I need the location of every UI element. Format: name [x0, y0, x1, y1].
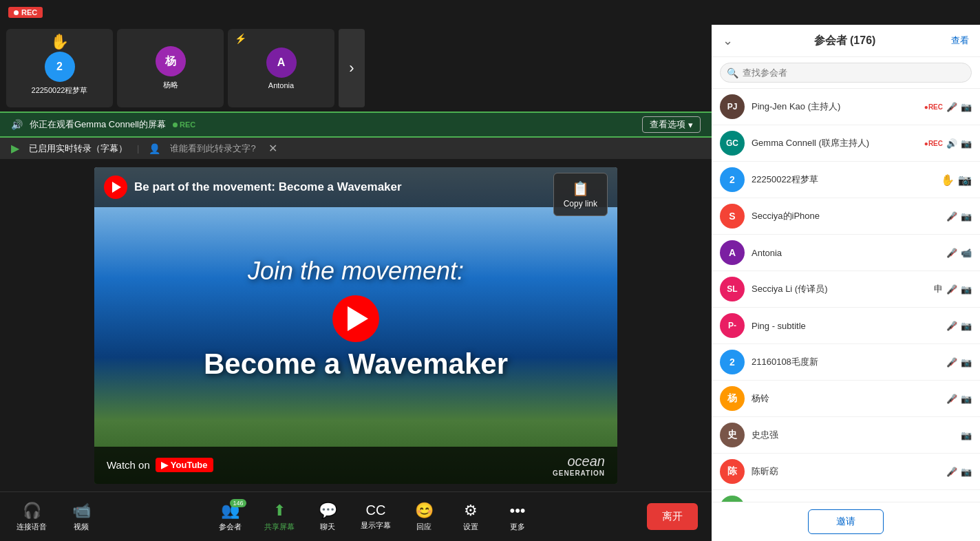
- list-item: 史 史忠强 📷: [712, 417, 980, 454]
- play-button[interactable]: [332, 295, 379, 342]
- search-input[interactable]: [720, 63, 972, 83]
- panel-header: ⌄ 参会者 (176) 查看: [712, 25, 980, 57]
- participant-controls: 🎤̸ 📹: [946, 248, 972, 258]
- participant-controls: 🎤̸ 📷: [946, 357, 972, 368]
- copy-icon: 📋: [572, 180, 589, 197]
- list-item: 杨 杨铃 🎤̸ 📷: [712, 381, 980, 417]
- avatar-2: 杨: [156, 46, 186, 76]
- youtube-frame: Be part of the movement: Become a Wavema…: [94, 167, 617, 484]
- lightning-icon: ⚡: [235, 33, 246, 44]
- search-icon: 🔍: [727, 67, 738, 78]
- participant-name: Secciya的iPhone: [752, 210, 939, 222]
- more-icon: •••: [509, 502, 525, 520]
- list-item: SL Secciya Li (传译员) 申 🎤̸ 📷: [712, 271, 980, 308]
- speaker-icon: 🔊: [11, 119, 23, 130]
- avatar: S: [720, 204, 745, 229]
- avatar: 史: [720, 423, 745, 447]
- list-item: 2 21160108毛度新 🎤̸ 📷: [712, 344, 980, 381]
- list-item: GC Gemma Connell (联席主持人) ●REC 🔊 📷: [712, 125, 980, 162]
- participant-controls: 🎤̸ 📷: [946, 467, 972, 477]
- video-text-top: Join the movement:: [248, 257, 464, 286]
- participant-name: 史忠强: [752, 429, 954, 441]
- copy-link-button[interactable]: 📋 Copy link: [553, 173, 608, 216]
- participant-tile-3: ⚡ A Antonia: [228, 29, 334, 107]
- share-screen-button[interactable]: ⬆ 共享屏幕: [260, 502, 299, 532]
- youtube-footer-logo: ▶ YouTube: [156, 458, 213, 472]
- invite-button[interactable]: 邀请: [808, 509, 884, 534]
- participant-name: Ping-Jen Kao (主持人): [752, 100, 917, 113]
- watch-on-label: Watch on: [107, 459, 150, 471]
- list-item: 陈 陈昕窈 🎤̸ 📷: [712, 454, 980, 490]
- participant-name: Secciya Li (传译员): [752, 283, 927, 295]
- participant-name: Antonia: [752, 248, 939, 258]
- hand-raise-icon: ✋: [50, 33, 69, 51]
- participant-name: 陈昕窈: [752, 465, 939, 478]
- participant-tile-2: 杨 杨略: [117, 29, 224, 107]
- youtube-footer: Watch on ▶ YouTube ocean GENERATION: [94, 447, 617, 484]
- participants-list: PJ Ping-Jen Kao (主持人) ●REC 🎤̸ 📷 GC Gemma…: [712, 89, 980, 502]
- screen-share-rec: REC: [173, 120, 195, 129]
- view-options-button[interactable]: 查看选项 ▾: [642, 116, 701, 133]
- avatar: GC: [720, 131, 745, 156]
- video-icon: 📹: [72, 502, 91, 520]
- video-button[interactable]: 📹 视频: [63, 502, 99, 532]
- youtube-header: Be part of the movement: Become a Wavema…: [94, 167, 617, 207]
- next-arrow[interactable]: ›: [339, 29, 365, 107]
- list-item: PJ Ping-Jen Kao (主持人) ●REC 🎤̸ 📷: [712, 89, 980, 125]
- settings-button[interactable]: ⚙ 设置: [453, 502, 489, 532]
- list-item: 王 王解春 🎤̸ 📷: [712, 490, 980, 502]
- rec-badge: REC: [8, 7, 43, 18]
- participant-name: 22250022程梦草: [752, 173, 934, 186]
- participant-controls: 🎤̸ 📷: [946, 321, 972, 331]
- audio-button[interactable]: 🎧 连接语音: [14, 502, 50, 532]
- avatar: 杨: [720, 386, 745, 411]
- settings-icon: ⚙: [464, 502, 478, 520]
- participant-name: Gemma Connell (联席主持人): [752, 137, 917, 149]
- participant-controls: ●REC 🔊 📷: [924, 138, 972, 149]
- participants-button[interactable]: 👥 146 参会者: [211, 502, 249, 532]
- video-overlay: Join the movement: Become a Wavemaker: [94, 202, 617, 436]
- reactions-icon: 😊: [415, 502, 434, 520]
- avatar: 2: [720, 350, 745, 374]
- list-item: P- Ping - subtitle 🎤̸ 📷: [712, 308, 980, 344]
- avatar: A: [720, 240, 745, 265]
- participant-name-3: Antonia: [266, 81, 297, 89]
- transcript-close-button[interactable]: ✕: [268, 142, 277, 155]
- avatar: 王: [720, 496, 745, 502]
- transcript-user-icon: 👤: [149, 143, 160, 154]
- participants-strip: ✋ 2 22250022程梦草 杨 杨略 ⚡ A Antonia ›: [0, 25, 712, 112]
- screen-share-banner: 🔊 你正在观看Gemma Connell的屏幕 REC 查看选项 ▾: [0, 112, 712, 138]
- list-item: S Secciya的iPhone 🎤̸ 📷: [712, 198, 980, 235]
- avatar-1: 2: [45, 52, 75, 82]
- search-box: 🔍: [712, 57, 980, 89]
- rec-dot: [14, 10, 19, 15]
- participant-name-2: 杨略: [160, 80, 181, 90]
- collapse-icon[interactable]: ⌄: [723, 33, 733, 48]
- reactions-button[interactable]: 😊 回应: [406, 502, 442, 532]
- avatar: SL: [720, 277, 745, 301]
- avatar-3: A: [266, 47, 297, 78]
- transcript-question-text[interactable]: 谁能看到此转录文字?: [170, 142, 255, 155]
- avatar: P-: [720, 313, 745, 338]
- leave-button[interactable]: 离开: [647, 503, 698, 530]
- panel-footer: 邀请: [712, 502, 980, 541]
- participant-controls: ✋ 📷: [941, 173, 972, 187]
- more-button[interactable]: ••• 更多: [500, 502, 535, 532]
- participant-controls: ●REC 🎤̸ 📷: [924, 102, 972, 112]
- participant-name-1: 22250022程梦草: [29, 85, 91, 96]
- transcript-banner: ▶ 已启用实时转录（字幕） | 👤 谁能看到此转录文字? ✕: [0, 138, 712, 159]
- captions-icon: CC: [366, 502, 386, 518]
- chat-button[interactable]: 💬 聊天: [310, 502, 345, 532]
- view-link[interactable]: 查看: [951, 34, 969, 47]
- participant-controls: 🎤̸ 📷: [946, 211, 972, 222]
- participant-controls: 🎤̸ 📷: [946, 394, 972, 404]
- video-title: Be part of the movement: Become a Wavema…: [134, 180, 402, 194]
- ocean-generation-logo: ocean GENERATION: [553, 454, 605, 477]
- screen-share-text: 你正在观看Gemma Connell的屏幕: [30, 118, 166, 131]
- list-item: 2 22250022程梦草 ✋ 📷: [712, 162, 980, 198]
- participant-name: Ping - subtitle: [752, 321, 939, 331]
- bottom-bar: 🎧 连接语音 📹 视频 👥 146 参会者 ⬆: [0, 491, 712, 541]
- youtube-logo: [104, 176, 127, 199]
- chat-icon: 💬: [319, 502, 337, 520]
- captions-button[interactable]: CC 显示字幕: [356, 502, 395, 531]
